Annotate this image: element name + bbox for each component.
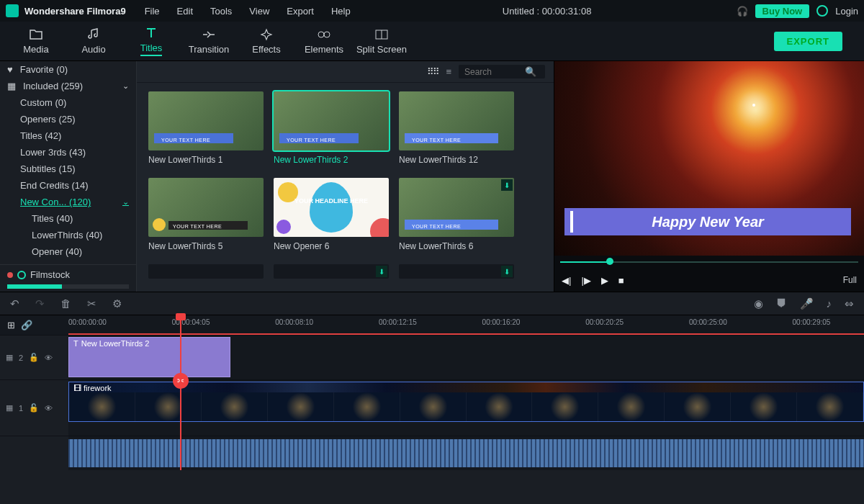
grid-view-icon[interactable]: ⠿⠿ [427,66,438,77]
fullscreen-button[interactable]: Full [843,275,857,285]
asset-browser: ⠿⠿ ≡ 🔍 YOUR TEXT HERE New LowerThirds 1 … [137,61,554,292]
buy-now-button[interactable]: Buy Now [755,4,810,18]
shield-icon[interactable]: ⛊ [776,297,787,310]
sidebar-newcon[interactable]: New Con... (120)⌄ [0,194,136,210]
asset-item[interactable]: YOUR TEXT HERE New LowerThirds 5 [148,178,264,251]
app-logo-icon [6,4,19,17]
asset-item[interactable]: YOUR TEXT HERE⬇ New LowerThirds 6 [399,178,514,251]
scrub-knob[interactable] [606,258,613,265]
sidebar-openers[interactable]: Openers (25) [0,111,136,127]
sidebar-progress [7,284,129,289]
mixer-button[interactable]: ♪ [827,297,832,310]
search-icon[interactable]: 🔍 [525,66,536,77]
sidebar-favorite[interactable]: Favorite (0) [0,61,136,78]
download-icon[interactable]: ⬇ [376,266,387,277]
sidebar-sub-titles[interactable]: Titles (40) [0,210,136,227]
timeline-area: ⊞ 🔗 00:00:00:00 00:00:04:05 00:00:08:10 … [0,315,864,470]
preview-panel: Happy New Year ◀| |▶ ▶ ■ Full [554,61,864,292]
fit-button[interactable]: ⇔ [845,297,854,310]
play-button[interactable]: ▶ [601,275,608,286]
tab-split-screen[interactable]: Split Screen [353,28,410,55]
elements-icon [317,28,331,41]
sidebar-custom[interactable]: Custom (0) [0,94,136,111]
eye-icon[interactable]: 👁 [45,404,53,413]
track-lane[interactable]: ✂ 🎞 firework [68,380,864,436]
download-icon[interactable]: ⬇ [501,179,513,191]
timeline-ruler[interactable]: ⊞ 🔗 00:00:00:00 00:00:04:05 00:00:08:10 … [0,315,864,335]
sidebar-included[interactable]: Included (259)⌄ [0,78,136,94]
app-brand: Wondershare Filmora9 [24,6,126,17]
export-button[interactable]: EXPORT [774,32,842,51]
add-track-icon[interactable]: ⊞ [7,320,15,330]
chevron-down-icon: ⌄ [122,81,129,91]
sidebar-filmstock[interactable]: Filmstock [0,264,136,280]
track-icon: ▦ [6,353,13,362]
asset-item[interactable]: YOUR TEXT HERE New LowerThirds 1 [148,91,264,165]
sidebar-endcredits[interactable]: End Credits (14) [0,177,136,194]
asset-item[interactable]: YOUR HEADLINE HERE New Opener 6 [274,178,389,251]
tab-elements[interactable]: Elements [295,28,353,55]
timeline-track-2: ▦2🔓👁 TNew LowerThirds 2 [0,335,864,379]
lock-icon[interactable]: 🔓 [29,353,39,362]
login-button[interactable]: Login [835,6,858,17]
search-input[interactable] [464,67,525,77]
playhead-line[interactable] [180,315,181,470]
prev-frame-button[interactable]: ◀| [562,275,571,286]
sidebar-titles[interactable]: Titles (42) [0,127,136,144]
text-icon [144,27,158,40]
asset-item[interactable] [148,264,264,279]
menu-export[interactable]: Export [279,6,321,17]
track-lane[interactable]: TNew LowerThirds 2 [68,336,864,379]
search-box[interactable]: 🔍 [459,65,545,78]
headset-icon[interactable]: 🎧 [737,6,748,17]
menu-view[interactable]: View [242,6,276,17]
menu-edit[interactable]: Edit [170,6,200,17]
menu-help[interactable]: Help [324,6,358,17]
delete-button[interactable]: 🗑 [60,297,71,310]
sidebar-sub-lowerthirds[interactable]: LowerThirds (40) [0,227,136,243]
tick-label: 00:00:12:15 [379,318,417,326]
link-icon[interactable]: 🔗 [21,320,32,330]
menu-tools[interactable]: Tools [203,6,239,17]
play-backward-button[interactable]: |▶ [581,275,590,286]
lock-icon[interactable]: 🔓 [29,403,39,413]
firework-graphic [752,104,755,107]
tab-effects[interactable]: Effects [238,28,295,55]
eye-icon[interactable]: 👁 [45,354,53,362]
undo-button[interactable]: ↶ [10,297,19,310]
tab-audio[interactable]: Audio [65,28,122,55]
menu-file[interactable]: File [138,6,167,17]
tab-media[interactable]: Media [7,28,65,55]
tab-titles[interactable]: Titles [122,27,180,56]
film-icon: 🎞 [73,384,81,392]
sort-icon[interactable]: ≡ [446,66,451,77]
audio-waveform[interactable] [68,439,864,467]
preview-canvas[interactable]: Happy New Year [554,61,864,256]
stop-button[interactable]: ■ [618,275,624,286]
tab-transition[interactable]: Transition [180,28,238,55]
tick-label: 00:00:25:00 [689,318,727,326]
voiceover-button[interactable]: 🎤 [800,297,814,310]
sparkle-icon [259,28,274,41]
info-icon[interactable] [816,5,828,17]
video-clip[interactable]: 🎞 firework [68,382,864,422]
title-overlay: Happy New Year [564,208,851,235]
asset-item[interactable]: ⬇ [274,264,389,279]
dot-icon [7,272,13,278]
split-button[interactable]: ✂ [87,297,96,310]
title-clip[interactable]: TNew LowerThirds 2 [68,337,230,377]
asset-item[interactable]: YOUR TEXT HERE New LowerThirds 12 [399,91,514,165]
track-lane[interactable] [68,436,864,470]
sidebar-sub-opener[interactable]: Opener (40) [0,243,136,260]
asset-item[interactable]: ⬇ [399,264,514,279]
adjust-button[interactable]: ⚙ [112,297,122,310]
render-button[interactable]: ◉ [754,297,763,310]
redo-button[interactable]: ↷ [35,297,45,310]
sidebar-subtitles[interactable]: Subtitles (15) [0,161,136,177]
sidebar-lower3rds[interactable]: Lower 3rds (43) [0,144,136,161]
download-icon[interactable]: ⬇ [501,266,513,277]
preview-scrubber[interactable] [554,256,864,269]
module-tabs: Media Audio Titles Transition Effects El… [0,22,864,61]
asset-item[interactable]: YOUR TEXT HERE New LowerThirds 2 [274,91,389,165]
chevron-down-icon: ⌄ [122,197,129,207]
